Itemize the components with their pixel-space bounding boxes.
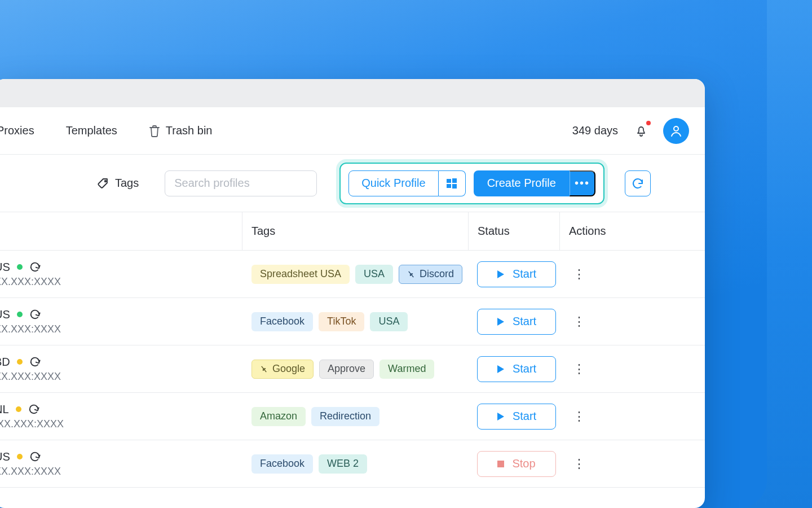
proxy-refresh-icon[interactable] — [29, 356, 41, 367]
svg-rect-2 — [447, 179, 451, 183]
profile-tag[interactable]: Redirection — [311, 407, 379, 426]
proxy-address: .XX.XXX:XXXX — [0, 418, 242, 430]
proxy-country: US — [0, 308, 10, 321]
tag-label: Google — [272, 363, 305, 375]
refresh-button[interactable] — [625, 170, 651, 196]
nav-templates[interactable]: Templates — [66, 124, 117, 137]
start-label: Start — [513, 410, 536, 423]
stop-icon — [497, 461, 504, 467]
start-label: Start — [513, 268, 536, 281]
th-tags: Tags — [242, 212, 468, 250]
play-icon — [497, 318, 505, 326]
play-icon — [497, 270, 505, 278]
nav-proxies[interactable]: Proxies — [0, 124, 34, 137]
profile-tag[interactable]: USA — [355, 265, 393, 284]
window-titlebar — [0, 79, 705, 107]
search-input[interactable] — [174, 177, 307, 190]
top-nav: Proxies Templates Trash bin 349 days — [0, 107, 705, 155]
svg-rect-6 — [497, 461, 504, 467]
profile-tag[interactable]: Spreadsheet USA — [251, 265, 350, 284]
table-row: NL.XX.XXX:XXXXAmazonRedirectionStart⋮ — [0, 393, 705, 440]
proxy-address: XX.XXX:XXXX — [0, 371, 242, 383]
th-actions: Actions — [559, 212, 705, 250]
days-remaining[interactable]: 349 days — [572, 124, 618, 137]
status-dot-icon — [16, 406, 21, 412]
row-more-button[interactable]: ⋮ — [568, 454, 590, 474]
nav-trash[interactable]: Trash bin — [149, 124, 213, 137]
status-dot-icon — [17, 264, 23, 270]
svg-rect-4 — [447, 184, 451, 188]
profile-tag[interactable]: Approve — [319, 360, 374, 379]
tag-label: Warmed — [388, 363, 426, 375]
profile-tag[interactable]: Amazon — [251, 407, 306, 426]
start-label: Start — [513, 315, 536, 328]
proxy-refresh-icon[interactable] — [29, 451, 41, 462]
proxy-refresh-icon[interactable] — [29, 261, 41, 273]
svg-rect-3 — [452, 178, 457, 183]
proxy-country: NL — [0, 403, 9, 416]
notification-dot-icon — [646, 121, 651, 125]
tag-icon — [97, 177, 109, 190]
proxy-refresh-icon[interactable] — [29, 309, 41, 320]
svg-point-0 — [674, 126, 678, 131]
tags-filter-label: Tags — [115, 177, 139, 190]
table-row: USXX.XXX:XXXXFacebookWEB 2Stop⋮ — [0, 440, 705, 488]
highlighted-actions: Quick Profile Create Profile ••• — [339, 163, 604, 204]
profile-tag[interactable]: TikTok — [319, 312, 364, 331]
profile-tag[interactable]: Facebook — [251, 454, 313, 474]
play-icon — [497, 365, 505, 373]
bell-icon — [635, 124, 647, 138]
th-status: Status — [468, 212, 559, 250]
pin-icon — [407, 270, 415, 278]
start-button[interactable]: Start — [477, 404, 556, 430]
proxy-address: XX.XXX:XXXX — [0, 466, 242, 478]
tag-label: Spreadsheet USA — [260, 268, 341, 280]
start-button[interactable]: Start — [477, 356, 556, 382]
nav-trash-label: Trash bin — [166, 124, 213, 137]
row-more-button[interactable]: ⋮ — [568, 407, 590, 426]
status-dot-icon — [17, 359, 23, 365]
profile-tag[interactable]: Facebook — [251, 312, 313, 331]
tag-label: Discord — [420, 268, 454, 280]
account-button[interactable] — [663, 118, 689, 144]
row-more-button[interactable]: ⋮ — [568, 312, 590, 331]
proxy-address: XX.XXX:XXXX — [0, 276, 242, 288]
tag-label: Facebook — [260, 316, 304, 327]
row-more-button[interactable]: ⋮ — [568, 360, 590, 379]
search-input-wrap[interactable] — [165, 170, 317, 196]
tag-label: TikTok — [327, 316, 356, 327]
refresh-icon — [632, 177, 644, 190]
proxy-country: US — [0, 261, 10, 274]
tag-label: Redirection — [320, 410, 371, 422]
start-button[interactable]: Start — [477, 309, 556, 335]
tag-label: Facebook — [260, 458, 304, 470]
status-dot-icon — [17, 454, 23, 459]
profile-tag[interactable]: Google — [251, 360, 314, 379]
create-profile-button[interactable]: Create Profile — [474, 170, 570, 196]
quick-profile-button[interactable]: Quick Profile — [348, 170, 438, 196]
proxy-address: XX.XXX:XXXX — [0, 323, 242, 335]
tag-label: Amazon — [260, 410, 297, 422]
stop-button[interactable]: Stop — [477, 451, 556, 477]
tag-label: USA — [364, 268, 385, 280]
profile-tag[interactable]: Warmed — [379, 360, 434, 379]
status-dot-icon — [17, 312, 23, 317]
notifications-button[interactable] — [635, 124, 647, 138]
row-more-button[interactable]: ⋮ — [568, 265, 590, 284]
profile-tag[interactable]: USA — [370, 312, 408, 331]
create-profile-more-button[interactable]: ••• — [570, 170, 595, 196]
pin-icon — [260, 365, 268, 373]
user-icon — [670, 125, 682, 137]
tag-label: USA — [378, 316, 399, 327]
start-button[interactable]: Start — [477, 261, 556, 287]
quick-profile-os-button[interactable] — [439, 170, 466, 196]
app-panel: Proxies Templates Trash bin 349 days — [0, 79, 705, 508]
svg-point-1 — [105, 180, 107, 182]
profile-tag[interactable]: Discord — [399, 265, 462, 284]
table-row: USXX.XXX:XXXXFacebookTikTokUSAStart⋮ — [0, 298, 705, 345]
tags-filter-button[interactable]: Tags — [97, 177, 139, 190]
proxy-refresh-icon[interactable] — [28, 404, 39, 415]
stop-label: Stop — [512, 457, 535, 470]
profile-tag[interactable]: WEB 2 — [319, 454, 367, 474]
windows-icon — [446, 178, 457, 189]
